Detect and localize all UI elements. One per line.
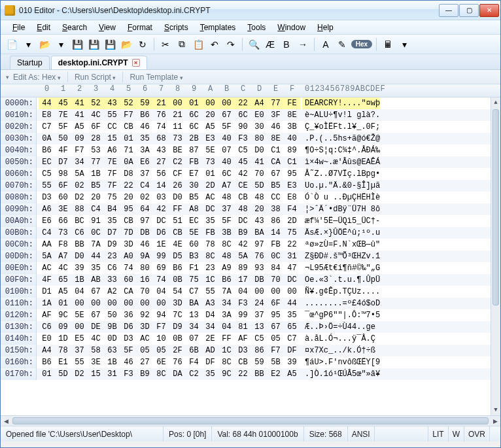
hex-byte[interactable]: 5B xyxy=(268,356,284,368)
hex-byte[interactable]: 60 xyxy=(55,192,71,203)
hex-byte[interactable]: 00 xyxy=(71,298,88,309)
hex-byte[interactable]: 84 xyxy=(268,262,284,274)
hex-byte[interactable]: C4 xyxy=(39,227,55,239)
vertical-scrollbar[interactable]: ▲ ▼ xyxy=(491,97,500,415)
hex-byte[interactable]: D6 xyxy=(153,227,169,239)
hex-byte[interactable]: FF xyxy=(169,203,186,215)
hex-byte[interactable]: 38 xyxy=(268,203,284,215)
hex-byte[interactable]: 02 xyxy=(71,180,88,192)
hex-byte[interactable]: CB xyxy=(235,356,251,368)
hex-byte[interactable]: B6 xyxy=(39,145,55,156)
find-replace-icon[interactable]: Æ xyxy=(263,37,277,52)
hex-byte[interactable]: 67 xyxy=(218,109,235,121)
ascii-cell[interactable]: ¯œ^gP6""|.Ô:™7•5 xyxy=(302,309,380,321)
tab-desktop-ini-crypt[interactable]: desktop.ini.CRYPT× xyxy=(51,56,147,69)
hex-byte[interactable]: 3D xyxy=(169,298,186,309)
hex-byte[interactable]: 1B xyxy=(88,168,104,180)
hex-byte[interactable]: 46 xyxy=(120,356,137,368)
hex-byte[interactable]: CE xyxy=(235,180,251,192)
hex-byte[interactable]: 22 xyxy=(120,180,137,192)
hex-byte[interactable]: C7 xyxy=(284,333,300,345)
hex-row[interactable]: 0070h:556F02B57F22C41426302DA7CE5DB5E3Uo… xyxy=(1,180,500,192)
hex-byte[interactable]: 98 xyxy=(55,168,71,180)
hex-byte[interactable]: BC xyxy=(71,215,88,227)
hex-row[interactable]: 0010h:E87E414C55F7B676216C20676CE03F8Eè~… xyxy=(1,109,500,121)
hex-byte[interactable]: 1C xyxy=(202,274,218,286)
status-lit[interactable]: LIT xyxy=(428,426,448,441)
hex-byte[interactable]: C5 xyxy=(251,333,268,345)
hex-byte[interactable]: 34 xyxy=(218,298,235,309)
close-tab-icon[interactable]: × xyxy=(132,59,140,67)
hex-byte[interactable]: 59 xyxy=(137,97,153,109)
hex-byte[interactable]: 64 xyxy=(137,203,153,215)
hex-byte[interactable]: 97 xyxy=(251,239,268,250)
hex-byte[interactable]: 04 xyxy=(218,321,235,333)
hex-byte[interactable]: 00 xyxy=(104,298,120,309)
hex-byte[interactable]: 65 xyxy=(284,321,300,333)
hex-byte[interactable]: 11 xyxy=(169,121,186,133)
save-all-icon[interactable]: 💾 xyxy=(86,37,101,52)
hex-byte[interactable]: E6 xyxy=(39,215,55,227)
hex-byte[interactable]: D7 xyxy=(104,227,120,239)
hex-byte[interactable]: D2 xyxy=(71,368,88,380)
hex-byte[interactable]: A5 xyxy=(284,368,300,380)
hex-byte[interactable]: 95 xyxy=(120,203,137,215)
hex-byte[interactable]: F1 xyxy=(186,262,202,274)
hex-byte[interactable]: A6 xyxy=(39,203,55,215)
hex-byte[interactable]: 00 xyxy=(71,321,88,333)
hex-byte[interactable]: DB xyxy=(251,274,268,286)
hex-byte[interactable]: 3E xyxy=(88,356,104,368)
hex-byte[interactable]: 7A xyxy=(88,239,104,250)
hex-byte[interactable]: 47 xyxy=(284,262,300,274)
hex-byte[interactable]: 27 xyxy=(153,156,169,168)
hex-byte[interactable]: 00 xyxy=(169,97,186,109)
hex-byte[interactable]: D2 xyxy=(71,192,88,203)
hex-byte[interactable]: 0D xyxy=(104,333,120,345)
hex-byte[interactable]: 35 xyxy=(202,215,218,227)
hex-byte[interactable]: 15 xyxy=(88,368,104,380)
hex-row[interactable]: 0000h:44454152435259210001000022A477FEDE… xyxy=(1,97,500,109)
hex-byte[interactable]: F4 xyxy=(284,203,300,215)
hex-byte[interactable]: 00 xyxy=(153,298,169,309)
hex-byte[interactable]: 5E xyxy=(186,227,202,239)
ascii-cell[interactable]: ........=º£4ó$oD xyxy=(302,298,380,309)
hex-byte[interactable]: 76 xyxy=(153,109,169,121)
ascii-cell[interactable]: DEARCRY!...."¤wþ xyxy=(302,97,380,109)
hex-byte[interactable]: BB xyxy=(251,368,268,380)
hex-byte[interactable]: 6C xyxy=(218,168,235,180)
hex-byte[interactable]: 73 xyxy=(169,133,186,145)
hex-byte[interactable]: 48 xyxy=(218,192,235,203)
hex-byte[interactable]: 9C xyxy=(55,309,71,321)
hex-byte[interactable]: E8 xyxy=(284,192,300,203)
ascii-cell[interactable]: Å˜Z..Ø7VÏç.lBpg• xyxy=(302,168,380,180)
calculator-icon[interactable]: 🖩 xyxy=(381,37,395,52)
hex-byte[interactable]: B6 xyxy=(169,262,186,274)
hex-byte[interactable]: 54 xyxy=(169,286,186,298)
hex-byte[interactable]: 1C xyxy=(218,345,235,356)
hex-byte[interactable]: 80 xyxy=(251,133,268,145)
hex-byte[interactable]: A5 xyxy=(55,286,71,298)
hex-byte[interactable]: D8 xyxy=(120,168,137,180)
hex-byte[interactable]: 00 xyxy=(268,286,284,298)
hex-byte[interactable]: 70 xyxy=(268,274,284,286)
hex-byte[interactable]: C6 xyxy=(39,321,55,333)
hex-byte[interactable]: C1 xyxy=(268,145,284,156)
hex-byte[interactable]: 2E xyxy=(202,333,218,345)
hex-row[interactable]: 0080h:D360D22075200203D0B5AC48CB48CCE8Ó`… xyxy=(1,192,500,203)
hex-row[interactable]: 0130h:C60900DE9BD63DF7D934340481136765Æ.… xyxy=(1,321,500,333)
ascii-cell[interactable]: ¶áU>.F'nvôßŒËY[9 xyxy=(302,356,380,368)
hex-byte[interactable]: A7 xyxy=(218,180,235,192)
hex-byte[interactable]: 4C xyxy=(55,262,71,274)
hex-byte[interactable]: 48 xyxy=(251,192,268,203)
hex-byte[interactable]: 76 xyxy=(169,356,186,368)
hex-byte[interactable]: 0B xyxy=(169,333,186,345)
highlight-icon[interactable]: ✎ xyxy=(335,37,349,52)
paste-icon[interactable]: 📋 xyxy=(191,37,205,52)
undo-icon[interactable]: ↶ xyxy=(207,37,222,52)
hex-byte[interactable]: 36 xyxy=(120,309,137,321)
hex-byte[interactable]: D0 xyxy=(169,192,186,203)
hex-byte[interactable]: DC xyxy=(235,215,251,227)
hex-byte[interactable]: DC xyxy=(153,215,169,227)
hex-byte[interactable]: 0C xyxy=(88,227,104,239)
save-icon[interactable]: 💾 xyxy=(70,37,84,52)
